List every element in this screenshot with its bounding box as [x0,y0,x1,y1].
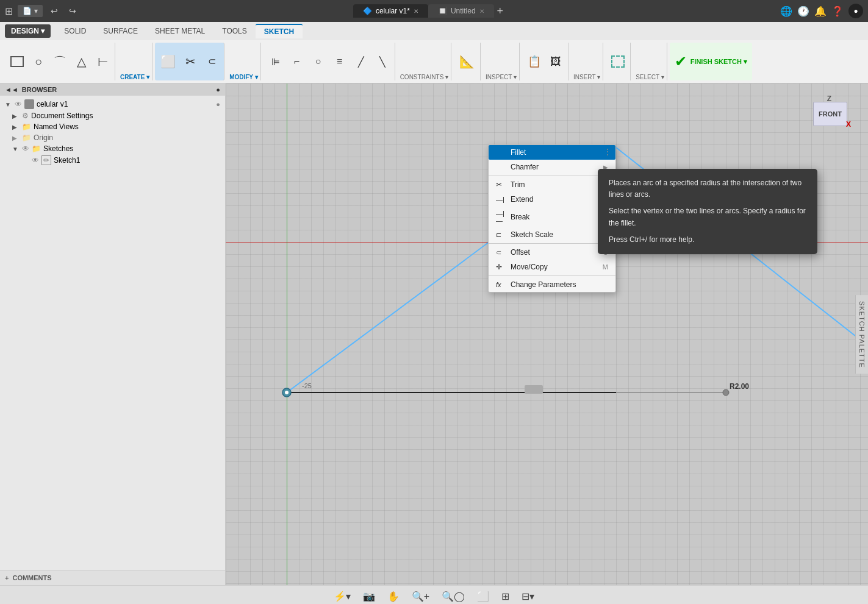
globe-icon[interactable]: 🌐 [780,5,792,17]
constraint-1-button[interactable]: ⊫ [266,54,285,69]
dropdown-item-trim[interactable]: ✂ Trim T [489,177,615,192]
bell-icon[interactable]: 🔔 [814,5,827,17]
constraint-3-button[interactable]: ○ [309,54,328,69]
design-button[interactable]: DESIGN ▾ [5,24,51,38]
tab-sketch[interactable]: SKETCH [256,24,303,38]
bottom-zoom-fit-button[interactable]: 🔍◯ [438,589,468,604]
browser-tree: ▼ 👁 celular v1 ● ▶ ⚙ Document Settings ▶… [0,96,225,570]
help-icon[interactable]: ❓ [831,5,844,17]
insert-label[interactable]: INSERT ▾ [573,74,600,80]
tab-close-icon[interactable]: ✕ [414,8,418,15]
insert-1-button[interactable]: 📋 [525,53,544,70]
user-avatar[interactable]: ● [848,4,863,18]
constraint-5-button[interactable]: ╱ [351,54,371,69]
browser-pin-icon[interactable]: ● [216,86,220,93]
inspect-icon: 📐 [459,54,475,69]
constraint4-icon: ≡ [337,56,342,67]
tree-icon-docsettings: ⚙ [22,112,29,120]
create-polygon-button[interactable]: △ [71,54,91,69]
movecopy-icon: ✛ [496,263,506,271]
dropdown-item-extend[interactable]: —| Extend [489,192,615,207]
apps-icon[interactable]: ⊞ [5,5,13,17]
bottom-snap-button[interactable]: ⊟▾ [518,589,538,604]
create-label[interactable]: CREATE ▾ [120,74,149,80]
dropdown-item-chamfer[interactable]: Chamfer ▶ [489,160,615,174]
select-button[interactable] [608,54,628,69]
select-label[interactable]: SELECT ▾ [636,74,664,80]
dropdown-item-changeparams[interactable]: fx Change Parameters [489,277,615,292]
tree-item-sketches[interactable]: ▼ 👁 📁 Sketches [2,143,223,154]
add-tab-button[interactable]: + [494,4,507,19]
clock-icon[interactable]: 🕐 [797,5,809,17]
movecopy-label: Move/Copy [511,263,598,271]
modify-dropdown: Fillet ⋮ Chamfer ▶ ✂ Trim T —| Extend [488,144,616,293]
comments-bar[interactable]: + COMMENTS [0,570,225,585]
untitled-close-icon[interactable]: ✕ [479,8,484,15]
tree-eye-celular: 👁 [15,100,22,108]
tab-celular[interactable]: 🔷 celular v1* ✕ [353,4,428,18]
dropdown-item-break[interactable]: —|— Break [489,207,615,227]
undo-button[interactable]: ↩ [48,5,61,17]
tree-label-sketch1: Sketch1 [54,156,220,165]
redo-button[interactable]: ↪ [66,5,79,17]
create-line-button[interactable]: ⊢ [93,54,112,69]
dropdown-item-movecopy[interactable]: ✛ Move/Copy M [489,260,615,274]
bottom-bolt-button[interactable]: ⚡▾ [330,589,354,604]
constraint-2-button[interactable]: ⌐ [287,54,307,69]
insert-2-button[interactable]: 🖼 [546,54,565,70]
finish-sketch-button[interactable]: ✔ FINISH SKETCH ▾ [670,43,752,80]
fillet-more-icon[interactable]: ⋮ [603,147,612,157]
constraint-6-button[interactable]: ╲ [373,54,392,69]
modify-offset-button[interactable]: ⊂ [202,55,221,68]
dropdown-item-fillet[interactable]: Fillet ⋮ [489,145,615,160]
dropdown-separator-2 [489,243,615,244]
create-circle-button[interactable]: ○ [29,54,48,69]
tree-item-origin[interactable]: ▶ 📁 Origin [2,132,223,143]
tree-arrow-celular: ▼ [5,101,12,108]
dropdown-item-offset[interactable]: ⊂ Offset O [489,245,615,260]
bottom-camera-button[interactable]: 📷 [359,589,379,604]
tree-item-sketch1[interactable]: ▶ 👁 ✏ Sketch1 [2,154,223,166]
sidebar: ◄◄ BROWSER ● ▼ 👁 celular v1 ● ▶ ⚙ Docume… [0,83,226,585]
bottom-grid-button[interactable]: ⊞ [498,589,513,604]
file-button[interactable]: 📄 ▾ [18,5,43,17]
inspect-label[interactable]: INSPECT ▾ [486,74,517,80]
bottom-pan-button[interactable]: ✋ [384,589,403,604]
modify-scissors-button[interactable]: ✂ [181,54,200,69]
create-rect-button[interactable] [7,54,27,69]
sketch-scale-label: Sketch Scale [511,230,608,239]
tab-sheet-metal[interactable]: SHEET METAL [146,24,213,38]
finish-check-icon: ✔ [675,53,687,70]
r-label: R2.00 [730,382,749,391]
create-arc-button[interactable]: ⌒ [50,54,70,69]
tree-item-celular[interactable]: ▼ 👁 celular v1 ● [2,98,223,110]
offset-icon: ⊂ [208,57,216,66]
trim-label: Trim [511,180,599,189]
tree-item-namedviews[interactable]: ▶ 📁 Named Views [2,121,223,132]
constraints-label[interactable]: CONSTRAINTS ▾ [400,74,448,80]
tree-label-docsettings: Document Settings [31,112,220,120]
constraint-4-button[interactable]: ≡ [330,54,350,69]
tab-icon: 🔷 [363,7,372,15]
tab-solid[interactable]: SOLID [56,24,95,38]
bottom-zoom-in-button[interactable]: 🔍+ [408,589,433,604]
axis-label-25: -25 [302,382,312,389]
canvas-area[interactable]: Z FRONT X -25 R2.00 Fillet ⋮ Chamfer ▶ [226,83,868,585]
tree-dot-celular: ● [216,101,220,108]
tab-surface[interactable]: SURFACE [95,24,146,38]
browser-header-icons: ● [216,86,220,93]
nav-cube-face[interactable]: FRONT [813,102,847,126]
inspect-button[interactable]: 📐 [456,52,478,71]
tab-tools[interactable]: TOOLS [213,24,255,38]
bottom-display-button[interactable]: ⬜ [473,589,493,604]
browser-collapse-icon[interactable]: ◄◄ [5,86,18,93]
modify-label[interactable]: MODIFY ▾ [229,74,257,80]
dropdown-item-sketch-scale[interactable]: ⊏ Sketch Scale [489,227,615,242]
tab-untitled[interactable]: 🔲 Untitled ✕ [428,4,494,18]
circle-icon: ○ [35,55,42,68]
comments-label: COMMENTS [12,574,51,581]
untitled-label: Untitled [451,7,476,15]
tree-item-docsettings[interactable]: ▶ ⚙ Document Settings [2,110,223,121]
modify-fillet-button[interactable]: ⬜ [157,54,179,69]
sketch-palette-tab[interactable]: SKETCH PALETTE [855,295,868,374]
